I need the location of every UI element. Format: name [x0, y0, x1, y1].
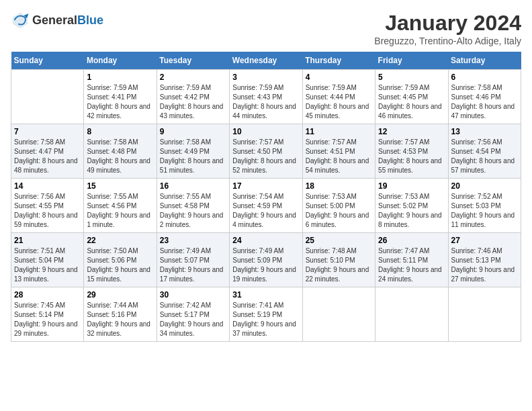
calendar-week-row: 14Sunrise: 7:56 AMSunset: 4:55 PMDayligh… [11, 179, 521, 233]
day-number: 23 [160, 236, 226, 245]
day-info: Sunrise: 7:58 AMSunset: 4:46 PMDaylight:… [451, 83, 518, 121]
day-number: 5 [378, 73, 445, 82]
day-info: Sunrise: 7:56 AMSunset: 4:54 PMDaylight:… [451, 138, 518, 175]
calendar-cell: 30Sunrise: 7:42 AMSunset: 5:17 PMDayligh… [157, 287, 229, 342]
day-number: 26 [378, 236, 445, 245]
day-number: 25 [306, 236, 372, 245]
header-monday: Monday [84, 52, 157, 70]
calendar-cell: 10Sunrise: 7:57 AMSunset: 4:50 PMDayligh… [230, 124, 302, 179]
day-info: Sunrise: 7:42 AMSunset: 5:17 PMDaylight:… [160, 301, 226, 338]
month-title: January 2024 [374, 11, 521, 36]
day-info: Sunrise: 7:46 AMSunset: 5:13 PMDaylight:… [451, 246, 518, 284]
calendar-cell: 4Sunrise: 7:59 AMSunset: 4:44 PMDaylight… [302, 70, 375, 124]
calendar-cell: 21Sunrise: 7:51 AMSunset: 5:04 PMDayligh… [11, 233, 84, 287]
header-wednesday: Wednesday [230, 52, 302, 70]
day-number: 15 [87, 181, 153, 191]
calendar-cell: 17Sunrise: 7:54 AMSunset: 4:59 PMDayligh… [230, 179, 302, 233]
day-info: Sunrise: 7:55 AMSunset: 4:56 PMDaylight:… [87, 192, 153, 230]
header-sunday: Sunday [11, 52, 84, 70]
day-number: 28 [14, 290, 81, 300]
calendar-cell: 24Sunrise: 7:49 AMSunset: 5:09 PMDayligh… [230, 233, 302, 287]
day-number: 17 [232, 181, 299, 191]
calendar-cell: 5Sunrise: 7:59 AMSunset: 4:45 PMDaylight… [375, 70, 448, 124]
calendar-cell: 23Sunrise: 7:49 AMSunset: 5:07 PMDayligh… [157, 233, 229, 287]
calendar-cell [11, 70, 84, 124]
calendar-cell: 6Sunrise: 7:58 AMSunset: 4:46 PMDaylight… [448, 70, 521, 124]
calendar-header-row: SundayMondayTuesdayWednesdayThursdayFrid… [11, 52, 521, 70]
day-info: Sunrise: 7:55 AMSunset: 4:58 PMDaylight:… [160, 192, 226, 230]
day-info: Sunrise: 7:44 AMSunset: 5:16 PMDaylight:… [87, 301, 153, 338]
calendar-week-row: 21Sunrise: 7:51 AMSunset: 5:04 PMDayligh… [11, 233, 521, 287]
day-number: 19 [378, 181, 445, 191]
day-number: 18 [306, 181, 372, 191]
day-info: Sunrise: 7:58 AMSunset: 4:47 PMDaylight:… [14, 138, 81, 175]
calendar-cell [375, 287, 448, 342]
day-info: Sunrise: 7:57 AMSunset: 4:50 PMDaylight:… [232, 138, 299, 175]
calendar-cell: 13Sunrise: 7:56 AMSunset: 4:54 PMDayligh… [448, 124, 521, 179]
logo-general: General [32, 13, 77, 27]
day-info: Sunrise: 7:59 AMSunset: 4:44 PMDaylight:… [306, 83, 372, 121]
calendar-cell: 22Sunrise: 7:50 AMSunset: 5:06 PMDayligh… [84, 233, 157, 287]
day-info: Sunrise: 7:49 AMSunset: 5:09 PMDaylight:… [232, 246, 299, 284]
day-info: Sunrise: 7:53 AMSunset: 5:02 PMDaylight:… [378, 192, 445, 230]
calendar-cell: 25Sunrise: 7:48 AMSunset: 5:10 PMDayligh… [302, 233, 375, 287]
calendar-cell: 28Sunrise: 7:45 AMSunset: 5:14 PMDayligh… [11, 287, 84, 342]
header-thursday: Thursday [302, 52, 375, 70]
day-number: 31 [232, 290, 299, 300]
calendar-cell: 1Sunrise: 7:59 AMSunset: 4:41 PMDaylight… [84, 70, 157, 124]
calendar-table: SundayMondayTuesdayWednesdayThursdayFrid… [11, 52, 521, 342]
day-number: 30 [160, 290, 226, 300]
day-info: Sunrise: 7:58 AMSunset: 4:48 PMDaylight:… [87, 138, 153, 175]
day-info: Sunrise: 7:45 AMSunset: 5:14 PMDaylight:… [14, 301, 81, 338]
day-info: Sunrise: 7:53 AMSunset: 5:00 PMDaylight:… [306, 192, 372, 230]
day-number: 20 [451, 181, 518, 191]
day-number: 29 [87, 290, 153, 300]
day-info: Sunrise: 7:41 AMSunset: 5:19 PMDaylight:… [232, 301, 299, 338]
day-number: 16 [160, 181, 226, 191]
day-number: 3 [232, 73, 299, 82]
calendar-week-row: 1Sunrise: 7:59 AMSunset: 4:41 PMDaylight… [11, 70, 521, 124]
calendar-cell: 11Sunrise: 7:57 AMSunset: 4:51 PMDayligh… [302, 124, 375, 179]
day-info: Sunrise: 7:57 AMSunset: 4:51 PMDaylight:… [306, 138, 372, 175]
day-number: 4 [306, 73, 372, 82]
day-info: Sunrise: 7:54 AMSunset: 4:59 PMDaylight:… [232, 192, 299, 230]
day-number: 24 [232, 236, 299, 245]
calendar-cell: 15Sunrise: 7:55 AMSunset: 4:56 PMDayligh… [84, 179, 157, 233]
day-number: 10 [232, 127, 299, 136]
day-number: 7 [14, 127, 81, 136]
day-number: 13 [451, 127, 518, 136]
day-number: 22 [87, 236, 153, 245]
day-info: Sunrise: 7:49 AMSunset: 5:07 PMDaylight:… [160, 246, 226, 284]
logo: GeneralBlue [11, 11, 103, 30]
calendar-cell: 27Sunrise: 7:46 AMSunset: 5:13 PMDayligh… [448, 233, 521, 287]
calendar-week-row: 28Sunrise: 7:45 AMSunset: 5:14 PMDayligh… [11, 287, 521, 342]
day-info: Sunrise: 7:52 AMSunset: 5:03 PMDaylight:… [451, 192, 518, 230]
day-number: 8 [87, 127, 153, 136]
header-saturday: Saturday [448, 52, 521, 70]
day-info: Sunrise: 7:50 AMSunset: 5:06 PMDaylight:… [87, 246, 153, 284]
day-info: Sunrise: 7:48 AMSunset: 5:10 PMDaylight:… [306, 246, 372, 284]
day-number: 12 [378, 127, 445, 136]
calendar-cell [448, 287, 521, 342]
day-info: Sunrise: 7:59 AMSunset: 4:42 PMDaylight:… [160, 83, 226, 121]
calendar-cell: 19Sunrise: 7:53 AMSunset: 5:02 PMDayligh… [375, 179, 448, 233]
location-subtitle: Breguzzo, Trentino-Alto Adige, Italy [374, 36, 521, 46]
page-header: GeneralBlue January 2024 Breguzzo, Trent… [11, 11, 521, 46]
day-info: Sunrise: 7:51 AMSunset: 5:04 PMDaylight:… [14, 246, 81, 284]
calendar-cell: 8Sunrise: 7:58 AMSunset: 4:48 PMDaylight… [84, 124, 157, 179]
calendar-cell: 20Sunrise: 7:52 AMSunset: 5:03 PMDayligh… [448, 179, 521, 233]
day-number: 27 [451, 236, 518, 245]
calendar-cell: 31Sunrise: 7:41 AMSunset: 5:19 PMDayligh… [230, 287, 302, 342]
day-info: Sunrise: 7:59 AMSunset: 4:43 PMDaylight:… [232, 83, 299, 121]
calendar-cell: 14Sunrise: 7:56 AMSunset: 4:55 PMDayligh… [11, 179, 84, 233]
header-friday: Friday [375, 52, 448, 70]
calendar-cell: 3Sunrise: 7:59 AMSunset: 4:43 PMDaylight… [230, 70, 302, 124]
calendar-cell: 12Sunrise: 7:57 AMSunset: 4:53 PMDayligh… [375, 124, 448, 179]
calendar-cell: 7Sunrise: 7:58 AMSunset: 4:47 PMDaylight… [11, 124, 84, 179]
day-number: 6 [451, 73, 518, 82]
calendar-week-row: 7Sunrise: 7:58 AMSunset: 4:47 PMDaylight… [11, 124, 521, 179]
calendar-cell: 16Sunrise: 7:55 AMSunset: 4:58 PMDayligh… [157, 179, 229, 233]
calendar-cell: 2Sunrise: 7:59 AMSunset: 4:42 PMDaylight… [157, 70, 229, 124]
day-info: Sunrise: 7:47 AMSunset: 5:11 PMDaylight:… [378, 246, 445, 284]
day-info: Sunrise: 7:57 AMSunset: 4:53 PMDaylight:… [378, 138, 445, 175]
